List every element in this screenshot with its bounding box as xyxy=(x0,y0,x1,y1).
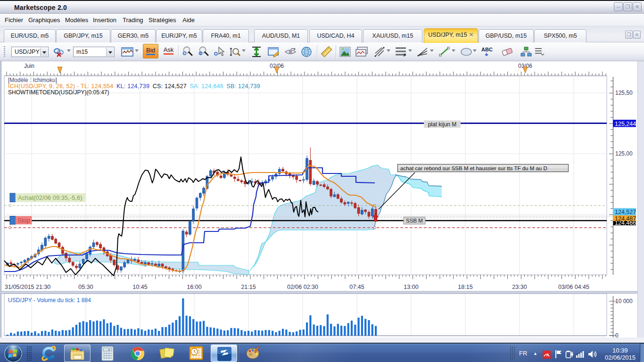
svg-text:23:30: 23:30 xyxy=(512,284,527,290)
svg-text:124,487: 124,487 xyxy=(615,215,636,222)
svg-text:achat car rebond sur SSB M et: achat car rebond sur SSB M et haussier s… xyxy=(400,165,547,171)
svg-text:31/05/2015 21:30: 31/05/2015 21:30 xyxy=(5,284,50,290)
svg-text:03/06 04:45: 03/06 04:45 xyxy=(558,284,589,290)
svg-text:plat kijun M: plat kijun M xyxy=(428,121,457,128)
svg-text:F: F xyxy=(404,53,406,57)
svg-text:SSB M: SSB M xyxy=(406,218,423,223)
svg-text:10 000: 10 000 xyxy=(615,298,633,304)
svg-text:02/06 02:30: 02/06 02:30 xyxy=(287,284,318,290)
svg-text:07:45: 07:45 xyxy=(349,284,364,290)
svg-text:13:00: 13:00 xyxy=(404,284,418,290)
svg-text:SHOWTIMETOEND(USD/JPY)(0:05:47: SHOWTIMETOEND(USD/JPY)(0:05:47) xyxy=(8,89,109,96)
svg-text:Juin: Juin xyxy=(24,63,34,69)
svg-text:18:15: 18:15 xyxy=(458,284,472,290)
svg-text:ABC: ABC xyxy=(481,47,493,52)
svg-text:[Modèle : Ichimoku]: [Modèle : Ichimoku] xyxy=(8,77,57,83)
svg-text:USD/JPY - Volume du tick: 1 88: USD/JPY - Volume du tick: 1 884 xyxy=(8,297,91,304)
svg-text:Achat(02/06 09:35,-5,6): Achat(02/06 09:35,-5,6) xyxy=(18,194,83,201)
svg-text:10:45: 10:45 xyxy=(132,284,147,290)
svg-text:125,244: 125,244 xyxy=(615,121,636,127)
svg-text:16:00: 16:00 xyxy=(187,284,201,290)
svg-text:Stop: Stop xyxy=(17,217,30,224)
svg-text:125,00: 125,00 xyxy=(615,150,633,157)
svg-text:05:30: 05:30 xyxy=(78,284,93,290)
svg-text:124,527: 124,527 xyxy=(615,209,636,215)
svg-text:125,50: 125,50 xyxy=(615,90,633,96)
svg-text:21:15: 21:15 xyxy=(241,284,256,290)
svg-text:0: 0 xyxy=(108,348,110,352)
svg-text:ICH(USD/JPY, 9, 26, 52) - TL:: ICH(USD/JPY, 9, 26, 52) - TL: 124,554 KL… xyxy=(8,83,260,90)
